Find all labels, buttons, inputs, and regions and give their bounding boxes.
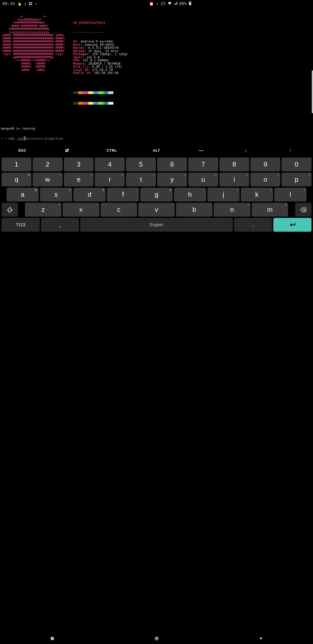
- key-y[interactable]: ]y: [157, 173, 187, 186]
- key-esc[interactable]: ESC: [0, 148, 45, 152]
- soft-keyboard: 1234567890 %q\w|e=r[t]y<u>i{o}p @a#s$d-f…: [0, 156, 194, 235]
- key-e[interactable]: |e: [64, 173, 94, 186]
- key-d[interactable]: $d: [73, 188, 106, 202]
- svg-rect-2: [189, 2, 191, 5]
- key-b[interactable]: ;b: [176, 203, 194, 217]
- color-palette: [73, 91, 128, 94]
- battery-percent: 89%: [179, 2, 187, 6]
- key-alt[interactable]: ALT: [134, 148, 179, 152]
- key-dash[interactable]: —: [179, 148, 194, 153]
- key-space[interactable]: English: [80, 218, 194, 232]
- separator: ----------------: [73, 31, 128, 34]
- more-icon: ⋯: [35, 2, 37, 6]
- key-w[interactable]: \w: [33, 173, 63, 186]
- key-v[interactable]: :v: [138, 203, 175, 217]
- key-x[interactable]: "x: [63, 203, 99, 217]
- key-h[interactable]: -h: [174, 188, 194, 202]
- android-status-bar: 09:34 👆 ▯ 🖼 ⋯ ⏰ ᚼ 📳 89%: [0, 0, 194, 8]
- bluetooth-icon: ᚼ: [156, 2, 159, 6]
- key-c[interactable]: 'c: [101, 203, 137, 217]
- alarm-icon: ⏰: [149, 2, 154, 6]
- key-u[interactable]: <u: [188, 173, 194, 186]
- gallery-icon: 🖼: [29, 2, 33, 6]
- color-palette: [73, 102, 128, 105]
- battery-icon: [189, 1, 191, 6]
- info-line: Public IP: 103.50.105.98: [73, 71, 128, 75]
- key-g[interactable]: &g: [140, 188, 172, 202]
- key-comma[interactable]: ,: [41, 218, 79, 232]
- user-host-line: u0_a364@localhost: [73, 21, 128, 24]
- cursor: m: [24, 137, 26, 140]
- key-r[interactable]: =r: [95, 173, 125, 186]
- signal-icon: [174, 2, 177, 6]
- vibrate-icon: 📳: [161, 2, 166, 6]
- wifi-icon: [168, 2, 172, 6]
- key-t[interactable]: [t: [126, 173, 156, 186]
- key-z[interactable]: *z: [25, 203, 61, 217]
- key-ctrl[interactable]: CTRL: [90, 148, 134, 152]
- key-f[interactable]: -f: [107, 188, 139, 202]
- shell-prompt[interactable]: → ~ vim .termux/colors.properties: [1, 137, 193, 140]
- key-tab[interactable]: ⇄: [45, 148, 90, 153]
- key-1[interactable]: 1: [2, 157, 31, 171]
- key-5[interactable]: 5: [126, 157, 156, 171]
- status-icon: 👆: [17, 2, 22, 6]
- key-shift[interactable]: [2, 203, 18, 217]
- key-a[interactable]: @a: [7, 188, 39, 202]
- key-3[interactable]: 3: [64, 157, 94, 171]
- terminal-line: mongodb is running: [1, 127, 193, 130]
- key-s[interactable]: #s: [40, 188, 72, 202]
- key-6[interactable]: 6: [157, 157, 187, 171]
- key-q[interactable]: %q: [2, 173, 31, 186]
- termux-extra-keys: ESC ⇄ CTRL ALT — ↓ ↑: [0, 145, 194, 155]
- key-7[interactable]: 7: [188, 157, 194, 171]
- key-symbols[interactable]: ?123: [2, 218, 40, 232]
- neofetch-ascii-art: -o o- +hydNNNNdyh+ +mMMMMMMMMMMMMm+ `dMM…: [1, 15, 66, 111]
- neofetch-info: u0_a364@localhost ---------------- OS: A…: [73, 15, 128, 111]
- key-2[interactable]: 2: [33, 157, 63, 171]
- terminal-output[interactable]: -o o- +hydNNNNdyh+ +mMMMMMMMMMMMMm+ `dMM…: [0, 8, 194, 143]
- key-4[interactable]: 4: [95, 157, 125, 171]
- status-icon: ▯: [24, 2, 27, 6]
- status-time: 09:34: [3, 2, 15, 6]
